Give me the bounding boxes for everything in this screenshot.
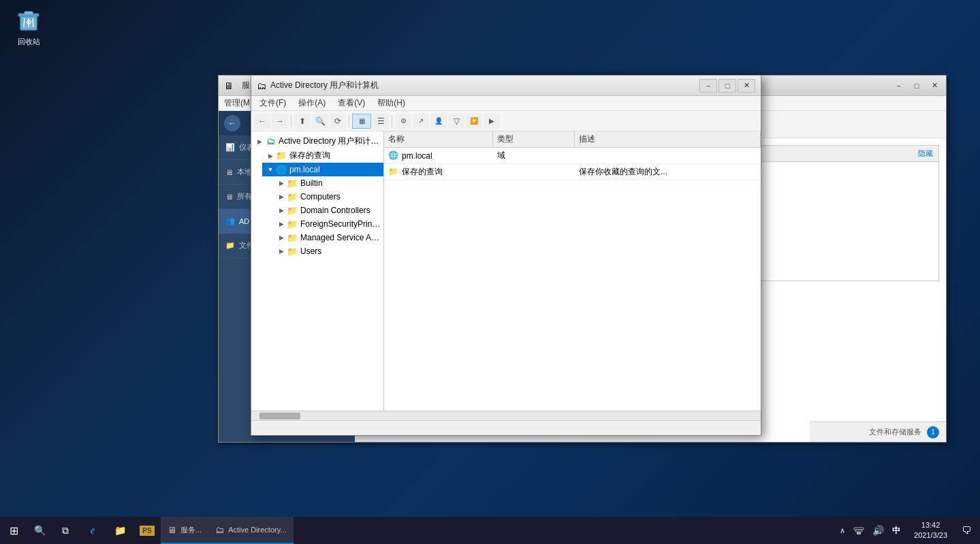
tree-item-domain[interactable]: ▼ 🌐 pm.local — [262, 163, 383, 176]
domain-expander: ▼ — [265, 164, 276, 175]
tree-item-computers[interactable]: ▶ 📁 Computers — [273, 190, 383, 204]
tree-item-users[interactable]: ▶ 📁 Users — [273, 244, 383, 258]
ad-close-btn[interactable]: ✕ — [738, 79, 755, 93]
toolbar-sep-3 — [392, 115, 392, 127]
savedq-row-icon: 📁 — [388, 167, 399, 178]
list-row-domain[interactable]: 🌐 pm.local 域 — [384, 148, 761, 164]
list-header-name[interactable]: 名称 — [384, 131, 493, 147]
clock-date: 2021/3/23 — [914, 530, 947, 541]
tree-item-fsp[interactable]: ▶ 📁 ForeignSecurityPrincipal — [273, 217, 383, 231]
ie-btn[interactable]: e — [79, 517, 106, 544]
toolbar-filter-btn[interactable]: ▽ — [448, 114, 464, 129]
toolbar-delegate-btn[interactable]: 👤 — [430, 114, 447, 129]
toolbar-properties-btn[interactable]: ⚙ — [395, 114, 411, 129]
server-manager-footer: 文件和存储服务 1 — [810, 421, 946, 442]
toolbar-search-btn[interactable]: 🔍 — [312, 114, 328, 129]
tree-item-saved-queries[interactable]: ▶ 📁 保存的查询 — [262, 148, 383, 163]
tree-domain-container: ▼ 🌐 pm.local — [251, 163, 383, 176]
tree-item-root[interactable]: ▶ 🗂 Active Directory 用户和计算机 — [251, 134, 383, 148]
ad-menu-view[interactable]: 查看(V) — [332, 96, 370, 110]
list-header-type[interactable]: 类型 — [493, 131, 575, 147]
ad-menu-help[interactable]: 帮助(H) — [372, 96, 411, 110]
recycle-bin-image: ♻ — [15, 7, 42, 34]
ie-icon: e — [90, 524, 95, 537]
hide-button[interactable]: 隐藏 — [918, 148, 933, 159]
tree-fsp-label: ForeignSecurityPrincipal — [300, 219, 381, 229]
ad-window-icon: 🗂 — [257, 80, 266, 91]
svg-rect-9 — [854, 528, 864, 530]
computers-icon: 📁 — [287, 191, 298, 202]
cmd-btn[interactable]: PS — [133, 517, 161, 544]
taskbar-apps: 🖥 服务... 🗂 Active Directory... — [161, 517, 832, 544]
tree-msa-label: Managed Service Acco... — [300, 233, 381, 242]
svg-rect-2 — [25, 12, 33, 14]
list-header-desc[interactable]: 描述 — [575, 131, 761, 147]
ad-list-header: 名称 类型 描述 — [384, 131, 761, 148]
taskbar-search-btn[interactable]: 🔍 — [27, 517, 52, 544]
start-icon: ⊞ — [10, 524, 18, 537]
ad-tree-root: ▶ 🗂 Active Directory 用户和计算机 ▶ 📁 保存的查询 — [251, 131, 383, 261]
toolbar-toggle-btn[interactable]: ▦ — [352, 114, 371, 129]
builtin-icon: 📁 — [287, 178, 298, 189]
tree-scrollbar-thumb[interactable] — [259, 413, 300, 419]
tree-saved-queries-container: ▶ 📁 保存的查询 — [251, 148, 383, 163]
search-icon: 🔍 — [34, 525, 46, 536]
toolbar-refresh-btn[interactable]: ⟳ — [330, 114, 346, 129]
taskbar-app-aduc[interactable]: 🗂 Active Directory... — [208, 517, 293, 544]
tree-domain-label: pm.local — [289, 165, 320, 174]
taskbar-app-servermanager[interactable]: 🖥 服务... — [161, 517, 208, 544]
fsp-icon: 📁 — [287, 219, 298, 229]
ad-titlebar-buttons: − □ ✕ — [699, 79, 755, 93]
users-expander: ▶ — [276, 246, 287, 257]
ad-tree-panel: ▶ 🗂 Active Directory 用户和计算机 ▶ 📁 保存的查询 — [251, 131, 384, 420]
cmd-icon: PS — [140, 526, 154, 536]
toolbar-sep-2 — [349, 115, 349, 127]
tree-computers-container: ▶ 📁 Computers — [251, 190, 383, 204]
tree-item-builtin[interactable]: ▶ 📁 Builtin — [273, 176, 383, 190]
systray-language[interactable]: 中 — [889, 517, 903, 544]
ad-maximize-btn[interactable]: □ — [718, 79, 736, 93]
toolbar-cmd-btn[interactable]: ▶ — [484, 114, 500, 129]
server-manager-taskbar-icon: 🖥 — [168, 525, 176, 535]
toolbar-move-btn[interactable]: ↗ — [413, 114, 429, 129]
start-button[interactable]: ⊞ — [0, 517, 27, 544]
svg-line-5 — [33, 18, 33, 27]
dc-expander: ▶ — [276, 205, 287, 216]
tree-builtin-label: Builtin — [300, 178, 323, 188]
notification-icon: 🗨 — [962, 525, 971, 536]
back-button[interactable]: ← — [224, 115, 240, 131]
toolbar-up-btn[interactable]: ⬆ — [294, 114, 311, 129]
tree-item-msa[interactable]: ▶ 📁 Managed Service Acco... — [273, 231, 383, 244]
aduc-taskbar-label: Active Directory... — [228, 526, 286, 534]
server-manager-minimize-btn[interactable]: − — [893, 80, 905, 92]
toolbar-list-btn[interactable]: ☰ — [373, 114, 389, 129]
systray-up-arrow[interactable]: ∧ — [837, 517, 848, 544]
ad-minimize-btn[interactable]: − — [699, 79, 717, 93]
ad-menu-action[interactable]: 操作(A) — [293, 96, 331, 110]
ad-menu-file[interactable]: 文件(F) — [254, 96, 291, 110]
ad-window-title: Active Directory 用户和计算机 — [270, 80, 699, 91]
toolbar-back-btn[interactable]: ← — [254, 114, 270, 129]
server-manager-maximize-btn[interactable]: □ — [911, 80, 923, 92]
tree-computers-label: Computers — [300, 192, 341, 202]
taskbar-notification-btn[interactable]: 🗨 — [953, 517, 980, 544]
list-cell-domain-name: 🌐 pm.local — [384, 148, 493, 163]
domain-icon: 🌐 — [276, 164, 287, 175]
clock-time: 13:42 — [921, 520, 941, 530]
task-view-btn[interactable]: ⧉ — [52, 517, 79, 544]
list-cell-domain-type: 域 — [493, 148, 575, 163]
tree-horizontal-scrollbar[interactable] — [251, 411, 384, 420]
svg-text:♻: ♻ — [26, 18, 32, 26]
list-cell-savedq-type — [493, 170, 575, 174]
systray-network[interactable] — [851, 517, 867, 544]
list-row-saved-queries[interactable]: 📁 保存的查询 保存你收藏的查询的文... — [384, 164, 761, 180]
explorer-icon: 📁 — [114, 525, 126, 536]
recycle-bin-icon[interactable]: ♻ 回收站 — [7, 7, 50, 47]
taskbar-clock[interactable]: 13:42 2021/3/23 — [908, 517, 953, 544]
tree-item-dc[interactable]: ▶ 📁 Domain Controllers — [273, 204, 383, 217]
explorer-btn[interactable]: 📁 — [106, 517, 133, 544]
server-manager-close-btn[interactable]: ✕ — [928, 80, 941, 92]
systray-volume[interactable]: 🔊 — [870, 517, 887, 544]
toolbar-forward-btn[interactable]: → — [272, 114, 288, 129]
toolbar-filter2-btn[interactable]: 🔽 — [466, 114, 482, 129]
